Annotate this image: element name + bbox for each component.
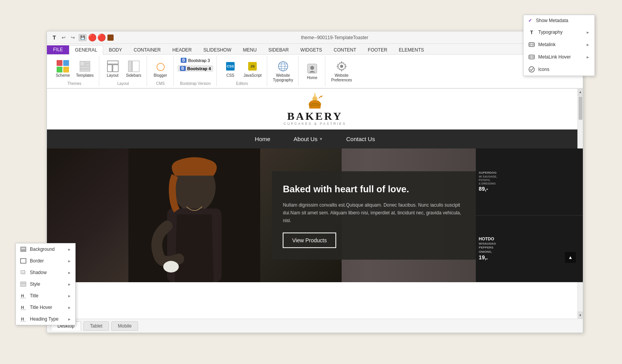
svg-point-40 (530, 56, 531, 58)
website-preferences-button[interactable]: WebsitePreferences (329, 59, 354, 84)
nav-home-label: Home (255, 136, 270, 142)
title-hover-icon: H (20, 304, 27, 311)
sign1-price: 89,- (479, 185, 497, 192)
layout-label: Layout (107, 73, 119, 78)
svg-point-41 (532, 56, 534, 58)
templates-button[interactable]: Templates (74, 59, 96, 79)
undo-button[interactable]: ↩ (60, 34, 67, 41)
favicons-button[interactable]: Home (302, 61, 322, 81)
ribbon-favicons-items: Home (302, 57, 322, 86)
bootstrap4-button[interactable]: B Bootstrap 4 (178, 65, 213, 72)
style-arrow: ► (67, 282, 71, 286)
dd-metalink-hover[interactable]: MetaLink Hover ► (524, 51, 594, 63)
ribbon-group-typography: WebsiteTypography (268, 56, 299, 86)
tab-header[interactable]: HEADER (167, 45, 198, 55)
layout-icon (107, 60, 119, 72)
icons-label: Icons (538, 67, 590, 72)
window-title: theme--900119-TemplateToaster (301, 35, 368, 40)
scroll-thumb[interactable] (579, 97, 582, 120)
tab-container[interactable]: CONTAINER (128, 45, 167, 55)
tab-widgets[interactable]: WIDGETS (295, 45, 328, 55)
ctx-title[interactable]: H Title ► (16, 290, 75, 302)
view-products-button[interactable]: View Products (283, 233, 336, 248)
website-preferences-label: WebsitePreferences (331, 73, 352, 83)
editors-group-label: Editors (236, 81, 248, 86)
website-preview: BAKERY CUPCAKES & PASTRIES Home About Us… (47, 89, 583, 319)
ribbon-group-themes: Scheme Templat (50, 56, 99, 86)
tab-menu[interactable]: MENU (237, 45, 263, 55)
ctx-background[interactable]: Background ► (16, 243, 75, 255)
tab-mobile[interactable]: Mobile (111, 321, 138, 331)
sign1-line1: SUPERDOG (479, 171, 497, 175)
svg-point-18 (340, 65, 343, 68)
scroll-down-arrow[interactable]: ▼ (578, 312, 583, 319)
metalink-label: Metalink (538, 42, 583, 47)
svg-point-22 (163, 261, 179, 273)
metalink-hover-icon (528, 53, 535, 60)
nav-about[interactable]: About Us ▼ (294, 136, 323, 142)
ctx-style[interactable]: Style ► (16, 278, 75, 290)
website-typography-button[interactable]: WebsiteTypography (271, 59, 295, 84)
tab-general[interactable]: GENERAL (69, 45, 103, 55)
ctx-border[interactable]: Border ► (16, 255, 75, 267)
redo-button[interactable]: ↪ (69, 34, 76, 41)
scheme-sq4 (63, 67, 69, 72)
javascript-icon: JS (246, 60, 259, 72)
tab-sidebar[interactable]: SIDEBAR (263, 45, 295, 55)
svg-rect-2 (85, 64, 90, 66)
title-hover-label: Title Hover (30, 305, 64, 310)
javascript-button[interactable]: JS JavaScript (242, 59, 264, 79)
tab-slideshow[interactable]: SLIDESHOW (198, 45, 237, 55)
website-preferences-icon (335, 60, 348, 72)
bakery-logo-area: BAKERY CUPCAKES & PASTRIES (47, 89, 583, 129)
css-label: CSS (226, 73, 235, 78)
svg-point-17 (310, 66, 314, 70)
tab-content[interactable]: CONTENT (328, 45, 362, 55)
tab-body[interactable]: BODY (103, 45, 128, 55)
save-button[interactable]: 💾 (79, 34, 86, 41)
title-label: Title (30, 293, 64, 298)
sign1-line3: POTATO, (479, 178, 497, 182)
bootstrap3-button[interactable]: B Bootstrap 3 (178, 57, 213, 64)
sign2-price: 19,. (479, 254, 496, 261)
templates-label: Templates (76, 73, 94, 78)
scroll-to-top-button[interactable]: ▲ (565, 252, 576, 263)
javascript-label: JavaScript (244, 73, 262, 78)
tab-footer[interactable]: FOOTER (362, 45, 393, 55)
border-icon (20, 257, 27, 264)
tab-tablet[interactable]: Tablet (83, 321, 109, 331)
title-bar: T ↩ ↪ 💾 🔴 🔴 theme--900119-TemplateToaste… (47, 31, 583, 44)
sidebars-button[interactable]: Sidebars (124, 59, 143, 79)
svg-text:H: H (21, 305, 24, 310)
typography-icon: T (528, 29, 535, 36)
ctx-heading-type[interactable]: H Heading Type ► (16, 313, 75, 325)
css-button[interactable]: CSS CSS (221, 59, 240, 79)
icon-orange-circle: 🔴 (89, 34, 96, 41)
typography-label: Typography (538, 29, 583, 35)
title-bar-left: T ↩ ↪ 💾 🔴 🔴 (51, 34, 114, 41)
blogger-button[interactable]: ◯ Blogger (151, 59, 170, 79)
dd-metalink[interactable]: Metalink ► (524, 38, 594, 51)
dd-icons[interactable]: Icons (524, 63, 594, 76)
ribbon-body: Scheme Templat (47, 55, 583, 89)
scroll-up-arrow[interactable]: ▲ (578, 89, 583, 96)
scheme-button[interactable]: Scheme (53, 59, 73, 79)
tab-file[interactable]: FILE (47, 45, 69, 54)
dd-typography[interactable]: T Typography ► (524, 26, 594, 38)
ctx-title-hover[interactable]: H Title Hover ► (16, 302, 75, 313)
nav-home[interactable]: Home (255, 136, 270, 142)
nav-contact[interactable]: Contact Us (346, 136, 375, 142)
app-window: T ↩ ↪ 💾 🔴 🔴 theme--900119-TemplateToaste… (47, 31, 583, 333)
svg-rect-24 (21, 248, 25, 249)
sign-board-1: SUPERDOG W/ SAUSAGE, POTATO, & DRESSING … (476, 148, 583, 216)
svg-point-42 (529, 67, 534, 72)
metalink-arrow: ► (586, 43, 590, 47)
sign2-line1: HOTDO (479, 236, 496, 242)
title-arrow: ► (67, 294, 71, 298)
tab-elements[interactable]: ELEMENTS (393, 45, 430, 55)
bootstrap3-badge: B (181, 58, 187, 63)
dd-show-metadata[interactable]: ✓ Show Metadata (524, 15, 594, 26)
ctx-shadow[interactable]: Shadow ► (16, 267, 75, 278)
layout-button[interactable]: Layout (103, 59, 123, 79)
hero-text-box: Baked with heart full of love. Nullam di… (272, 171, 475, 259)
